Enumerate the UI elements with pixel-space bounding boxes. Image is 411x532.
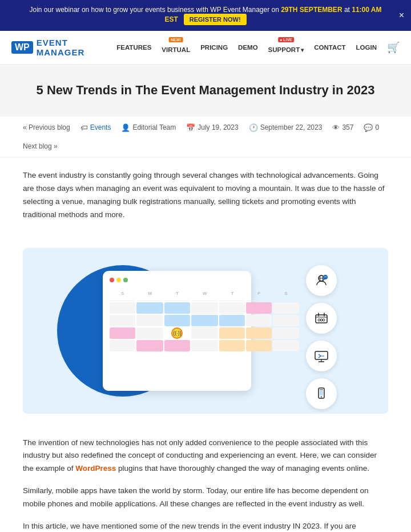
- cal-cell: [273, 327, 299, 339]
- nav-virtual[interactable]: NEW! VIRTUAL: [162, 42, 190, 53]
- nav-contact[interactable]: CONTACT: [314, 44, 345, 51]
- screen-event-icon: [306, 341, 337, 371]
- cal-cell: [110, 315, 135, 326]
- svg-rect-11: [315, 351, 328, 359]
- banner-text: Join our webinar on how to grow your eve…: [23, 6, 388, 25]
- main-nav: FEATURES NEW! VIRTUAL PRICING DEMO ● LIV…: [116, 41, 400, 54]
- cal-cell-pink: [110, 327, 135, 339]
- register-now-button[interactable]: REGISTER NOW!: [184, 14, 247, 25]
- nav-login[interactable]: LOGIN: [356, 44, 377, 51]
- cal-cell: [136, 315, 163, 326]
- svg-point-8: [318, 319, 320, 321]
- right-icon-group: [306, 265, 337, 409]
- cal-wifi-cell: ((·)): [164, 327, 190, 339]
- calendar-icon: 📅: [186, 123, 195, 132]
- cal-head-fri: F: [246, 287, 272, 301]
- dot-green: [123, 278, 128, 282]
- body-paragraph-3: In this article, we have mentioned some …: [23, 520, 388, 532]
- calendar-illustration: S M T W T F S: [23, 248, 388, 414]
- eye-icon: 👁: [332, 123, 340, 132]
- banner-date: 29TH SEPTEMBER: [281, 6, 342, 14]
- comment-icon: 💬: [364, 123, 373, 132]
- nav-pricing[interactable]: PRICING: [200, 44, 228, 51]
- top-banner: Join our webinar on how to grow your eve…: [0, 0, 411, 31]
- dot-yellow: [116, 278, 121, 282]
- cal-cell: [273, 302, 299, 314]
- meta-date-published: 📅 July 19, 2023: [186, 123, 238, 132]
- logo-text: EVENT MANAGER: [37, 38, 116, 57]
- cal-cell-blue: [191, 315, 219, 326]
- banner-close-button[interactable]: ×: [399, 10, 404, 21]
- next-blog-link[interactable]: Next blog »: [23, 142, 58, 150]
- wordpress-link[interactable]: WordPress: [75, 464, 116, 473]
- cal-cell: [110, 302, 135, 314]
- calendar-card: S M T W T F S: [103, 271, 251, 391]
- article-hero: 5 New Trends in The Event Management Ind…: [0, 65, 411, 117]
- meta-date-updated: 🕐 September 22, 2023: [249, 123, 323, 132]
- globe-users-icon: [306, 265, 337, 296]
- update-date: September 22, 2023: [260, 123, 323, 131]
- svg-point-9: [323, 319, 325, 321]
- feature-image: S M T W T F S: [23, 248, 388, 414]
- cal-cell-orange: [219, 327, 245, 339]
- clock-icon: 🕐: [249, 123, 258, 132]
- meta-category: 🏷 Events: [80, 123, 111, 132]
- dot-red: [110, 278, 114, 282]
- cal-cell: [246, 315, 272, 326]
- cal-head-sun: S: [110, 287, 135, 301]
- cal-cell-orange: [246, 340, 272, 351]
- meta-views: 👁 357: [332, 123, 353, 132]
- banner-at: at: [342, 6, 352, 14]
- nav-demo[interactable]: DEMO: [238, 44, 258, 51]
- calendar-header: [110, 278, 244, 282]
- mobile-app-icon: [306, 378, 337, 409]
- publish-date: July 19, 2023: [198, 123, 238, 131]
- cal-head-mon: M: [136, 287, 163, 301]
- cal-cell-orange: [246, 327, 272, 339]
- highlight-cell: ((·)): [171, 327, 183, 339]
- cal-cell-pink: [136, 340, 163, 351]
- cal-head-thu: T: [219, 287, 245, 301]
- article-intro: The event industry is constantly going t…: [0, 158, 411, 242]
- site-logo[interactable]: WP EVENT MANAGER: [11, 38, 116, 57]
- cal-cell-blue: [164, 315, 190, 326]
- cal-cell: [273, 340, 299, 351]
- body-paragraph-2: Similarly, mobile apps have taken the wo…: [23, 485, 388, 511]
- cal-cell: [110, 340, 135, 351]
- cal-cell-pink: [164, 340, 190, 351]
- cal-cell-blue: [219, 315, 245, 326]
- article-body: The invention of new technologies has no…: [0, 425, 411, 532]
- cal-cell: [136, 327, 163, 339]
- cal-cell-orange: [219, 340, 245, 351]
- cal-cell-blue: [164, 302, 190, 314]
- nav-support[interactable]: ● LIVE SUPPORT ▾: [268, 42, 304, 53]
- logo-wp-badge: WP: [11, 41, 33, 54]
- cart-icon[interactable]: 🛒: [387, 41, 400, 54]
- support-chevron-icon: ▾: [301, 47, 304, 53]
- author-icon: 👤: [121, 123, 130, 132]
- comment-count: 0: [375, 123, 379, 131]
- meta-author: 👤 Editorial Team: [121, 123, 176, 132]
- site-header: WP EVENT MANAGER FEATURES NEW! VIRTUAL P…: [0, 31, 411, 65]
- new-badge: NEW!: [169, 37, 183, 42]
- cal-cell: [219, 302, 245, 314]
- banner-message: Join our webinar on how to grow your eve…: [30, 6, 281, 14]
- cal-head-wed: W: [191, 287, 219, 301]
- category-icon: 🏷: [80, 123, 88, 132]
- cal-cell: [191, 327, 219, 339]
- author-name: Editorial Team: [132, 123, 176, 131]
- cal-cell: [273, 315, 299, 326]
- prev-blog-link[interactable]: « Previous blog: [23, 123, 70, 131]
- cal-cell-pink: [246, 302, 272, 314]
- group-event-icon: [306, 303, 337, 334]
- cal-head-sat: S: [273, 287, 299, 301]
- nav-features[interactable]: FEATURES: [116, 44, 151, 51]
- cal-head-tue: T: [164, 287, 190, 301]
- category-link[interactable]: Events: [90, 123, 111, 131]
- body-paragraph-1: The invention of new technologies has no…: [23, 437, 388, 476]
- svg-rect-18: [320, 391, 323, 395]
- intro-paragraph: The event industry is constantly going t…: [23, 169, 388, 222]
- meta-comments: 💬 0: [364, 123, 379, 132]
- cal-cell-blue: [136, 302, 163, 314]
- calendar-grid: S M T W T F S: [110, 287, 244, 351]
